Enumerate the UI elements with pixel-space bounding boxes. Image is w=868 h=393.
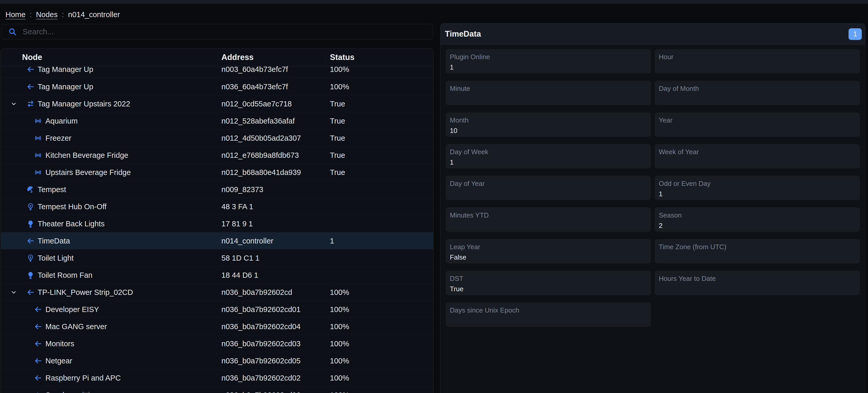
arrow-left-icon <box>34 305 42 313</box>
property-card: Days since Unix Epoch <box>446 302 651 327</box>
column-header-status: Status <box>330 53 354 62</box>
property-label: Minute <box>450 85 470 93</box>
table-header: Node Address Status <box>1 49 433 66</box>
property-label: Days since Unix Epoch <box>450 306 519 314</box>
table-row[interactable]: Tempest Hub On-Off 48 3 FA 1 <box>1 198 433 215</box>
table-row[interactable]: TP-LINK_Power Strip_02CD n036_b0a7b92602… <box>1 283 433 301</box>
property-label: Plugin Online <box>450 53 490 61</box>
node-address: 48 3 FA 1 <box>221 202 253 211</box>
property-label: Time Zone (from UTC) <box>659 243 726 251</box>
table-row[interactable]: Toilet Light 58 1D C1 1 <box>1 249 433 266</box>
node-status: 100% <box>330 339 349 348</box>
node-address: n036_b0a7b92602cd06 <box>221 391 301 393</box>
table-row[interactable]: Aquarium n012_528abefa36afaf True <box>1 112 433 129</box>
property-card: Year <box>655 112 860 137</box>
node-name: Freezer <box>45 134 71 142</box>
property-card: Leap Year False <box>446 239 651 264</box>
window-top-strip <box>0 0 868 4</box>
breadcrumb-nodes-link[interactable]: Nodes <box>36 10 58 19</box>
property-card: Hour <box>655 49 860 73</box>
node-address: n003_60a4b73efc7f <box>221 66 288 74</box>
property-card: Day of Month <box>655 81 860 105</box>
breadcrumb-current-page: n014_controller <box>68 10 120 19</box>
property-value: True <box>450 285 464 293</box>
chevron-down-icon[interactable] <box>11 101 17 107</box>
property-value: False <box>450 253 466 262</box>
node-address: n009_82373 <box>221 185 263 194</box>
node-address: n036_b0a7b92602cd05 <box>221 356 301 365</box>
node-name: Developer EISY <box>45 305 99 313</box>
arrow-left-icon <box>27 66 34 73</box>
table-row[interactable]: Upstairs Beverage Fridge n012_b68a80e41d… <box>1 163 433 181</box>
node-address: n012_b68a80e41da939 <box>221 168 301 177</box>
wireless-icon <box>34 168 42 176</box>
node-address: n036_b0a7b92602cd02 <box>221 373 301 382</box>
bulb-filled-icon <box>27 220 34 228</box>
node-name: Toilet Light <box>38 253 74 262</box>
column-divider <box>217 53 218 62</box>
node-status: 100% <box>330 322 349 331</box>
table-row[interactable]: Toilet Room Fan 18 44 D6 1 <box>1 266 433 283</box>
table-row[interactable]: Tag Manager Up n036_60a4b73efc7f 100% <box>1 78 433 95</box>
node-name: Netgear <box>45 356 72 365</box>
node-status: 100% <box>330 288 349 297</box>
arrow-left-icon <box>27 83 34 91</box>
table-row[interactable]: Synology sitting n036_b0a7b92602cd06 100… <box>1 386 433 393</box>
node-name: Kitchen Beverage Fridge <box>45 151 128 159</box>
property-value: 1 <box>450 158 454 167</box>
node-name: Toilet Room Fan <box>38 271 92 279</box>
node-name: Tag Manager Up <box>38 82 93 91</box>
table-row[interactable]: Tag Manager Up n003_60a4b73efc7f 100% <box>1 66 433 78</box>
node-address: n036_b0a7b92602cd04 <box>221 322 301 331</box>
table-row[interactable]: Theater Back Lights 17 81 9 1 <box>1 215 433 232</box>
property-label: Season <box>659 211 682 219</box>
wireless-icon <box>34 151 42 159</box>
node-name: Raspberry Pi and APC <box>45 373 121 382</box>
property-label: Hour <box>659 53 673 61</box>
table-row[interactable]: TimeData n014_controller 1 <box>1 232 433 249</box>
chevron-down-icon[interactable] <box>11 289 17 295</box>
table-row[interactable]: Monitors n036_b0a7b92602cd03 100% <box>1 335 433 352</box>
node-address: 58 1D C1 1 <box>221 253 259 262</box>
node-name: Tag Manager Upstairs 2022 <box>38 99 130 108</box>
wireless-icon <box>34 117 42 125</box>
property-card-grid: Plugin Online 1 Hour Minute Day of Month… <box>440 44 865 332</box>
breadcrumb: Home : Nodes : n014_controller <box>5 9 120 20</box>
search-input[interactable] <box>23 27 433 36</box>
node-name: Mac GANG server <box>45 322 107 331</box>
property-label: Minutes YTD <box>450 211 489 219</box>
table-row[interactable]: Tag Manager Upstairs 2022 n012_0cd55ae7c… <box>1 95 433 112</box>
node-name: Tempest Hub On-Off <box>38 202 106 211</box>
node-address: n012_528abefa36afaf <box>221 117 294 125</box>
table-row[interactable]: Tempest n009_82373 <box>1 181 433 198</box>
transfer-icon <box>27 100 34 108</box>
property-label: DST <box>450 275 463 283</box>
table-row[interactable]: Kitchen Beverage Fridge n012_e768b9a8fdb… <box>1 146 433 163</box>
property-label: Week of Year <box>659 148 699 156</box>
property-label: Day of Year <box>450 180 485 188</box>
property-label: Year <box>659 116 673 124</box>
node-status: 100% <box>330 66 349 74</box>
arrow-left-icon <box>27 288 34 296</box>
arrow-left-icon <box>34 374 42 382</box>
table-row[interactable]: Mac GANG server n036_b0a7b92602cd04 100% <box>1 318 433 335</box>
column-divider <box>325 53 326 62</box>
table-row[interactable]: Raspberry Pi and APC n036_b0a7b92602cd02… <box>1 369 433 386</box>
table-row[interactable]: Freezer n012_4d50b05ad2a307 True <box>1 129 433 146</box>
arrow-left-icon <box>34 391 42 393</box>
table-row[interactable]: Netgear n036_b0a7b92602cd05 100% <box>1 352 433 369</box>
breadcrumb-home-link[interactable]: Home <box>5 10 25 19</box>
wireless-icon <box>34 134 42 142</box>
node-status: 100% <box>330 82 349 91</box>
property-card: Season 2 <box>655 207 860 232</box>
property-card: Week of Year <box>655 144 860 169</box>
node-status: True <box>330 99 345 108</box>
node-status: 100% <box>330 391 349 393</box>
property-label: Leap Year <box>450 243 480 251</box>
node-address: 17 81 9 1 <box>221 219 253 228</box>
property-card: Month 10 <box>446 112 651 137</box>
node-address: n014_controller <box>221 237 273 245</box>
property-card: Day of Year <box>446 176 651 200</box>
table-row[interactable]: Developer EISY n036_b0a7b92602cd01 100% <box>1 301 433 318</box>
property-label: Odd or Even Day <box>659 180 710 188</box>
